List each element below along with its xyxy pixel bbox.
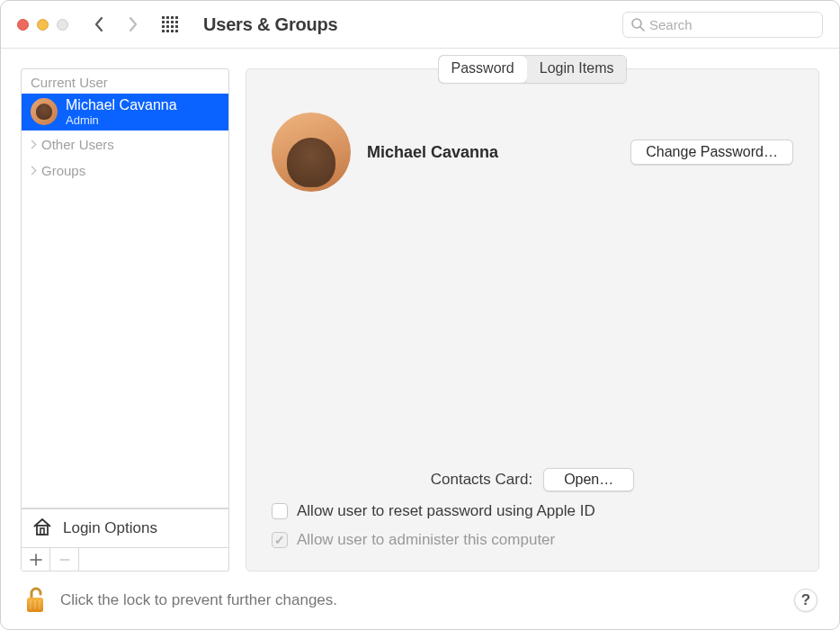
other-users-label: Other Users bbox=[41, 137, 114, 152]
svg-rect-2 bbox=[37, 526, 48, 535]
login-options-button[interactable]: Login Options bbox=[21, 508, 229, 548]
titlebar: Users & Groups bbox=[1, 1, 839, 49]
content-area: Current User Michael Cavanna Admin Other… bbox=[1, 49, 839, 629]
window-controls bbox=[17, 19, 68, 31]
tab-bar: Password Login Items bbox=[246, 68, 818, 96]
page-title: Users & Groups bbox=[203, 14, 337, 35]
open-contacts-button[interactable]: Open… bbox=[543, 468, 634, 491]
svg-rect-3 bbox=[40, 528, 44, 535]
current-user-header: Current User bbox=[22, 69, 228, 94]
allow-reset-checkbox[interactable] bbox=[272, 503, 288, 519]
sidebar-user-name: Michael Cavanna bbox=[66, 97, 177, 113]
user-header-row: Michael Cavanna Change Password… bbox=[272, 112, 793, 192]
nav-arrows bbox=[94, 16, 139, 32]
allow-admin-checkbox bbox=[272, 532, 288, 548]
zoom-window-button[interactable] bbox=[57, 19, 68, 31]
close-window-button[interactable] bbox=[17, 19, 29, 31]
forward-button[interactable] bbox=[128, 16, 139, 32]
lock-icon[interactable] bbox=[22, 585, 48, 616]
sidebar-groups[interactable]: Groups bbox=[22, 157, 228, 183]
tab-password[interactable]: Password bbox=[439, 56, 527, 83]
chevron-right-icon bbox=[28, 140, 37, 148]
sidebar-user-role: Admin bbox=[66, 114, 177, 127]
user-list: Current User Michael Cavanna Admin Other… bbox=[21, 68, 229, 508]
contacts-card-label: Contacts Card: bbox=[431, 471, 532, 489]
add-user-button[interactable] bbox=[22, 548, 50, 571]
detail-user-name: Michael Cavanna bbox=[367, 143, 498, 162]
search-input[interactable] bbox=[649, 17, 815, 32]
change-password-button[interactable]: Change Password… bbox=[630, 140, 793, 165]
add-remove-row bbox=[21, 548, 229, 572]
minimize-window-button[interactable] bbox=[37, 19, 49, 31]
remove-user-button bbox=[50, 548, 79, 571]
sidebar: Current User Michael Cavanna Admin Other… bbox=[21, 68, 229, 572]
help-button[interactable]: ? bbox=[794, 589, 818, 612]
groups-label: Groups bbox=[41, 163, 85, 178]
chevron-right-icon bbox=[28, 166, 37, 175]
allow-reset-row: Allow user to reset password using Apple… bbox=[272, 502, 793, 520]
lock-message: Click the lock to prevent further change… bbox=[60, 591, 337, 609]
contacts-card-row: Contacts Card: Open… bbox=[272, 468, 793, 491]
back-button[interactable] bbox=[94, 16, 104, 32]
allow-admin-label: Allow user to administer this computer bbox=[297, 531, 555, 549]
search-field-container bbox=[622, 12, 823, 38]
avatar-small bbox=[31, 98, 58, 125]
detail-pane: Password Login Items Michael Cavanna Cha… bbox=[246, 68, 819, 572]
tab-login-items[interactable]: Login Items bbox=[527, 56, 627, 83]
sidebar-user-current[interactable]: Michael Cavanna Admin bbox=[22, 94, 228, 130]
footer-row: Click the lock to prevent further change… bbox=[1, 572, 839, 629]
show-all-prefs-button[interactable] bbox=[162, 16, 178, 32]
allow-reset-label: Allow user to reset password using Apple… bbox=[297, 502, 595, 520]
sidebar-other-users[interactable]: Other Users bbox=[22, 130, 228, 157]
login-options-label: Login Options bbox=[63, 519, 157, 537]
allow-admin-row: Allow user to administer this computer bbox=[272, 531, 793, 549]
svg-line-1 bbox=[640, 27, 644, 31]
avatar-large[interactable] bbox=[272, 112, 351, 192]
search-icon bbox=[630, 17, 645, 32]
house-icon bbox=[31, 515, 54, 543]
